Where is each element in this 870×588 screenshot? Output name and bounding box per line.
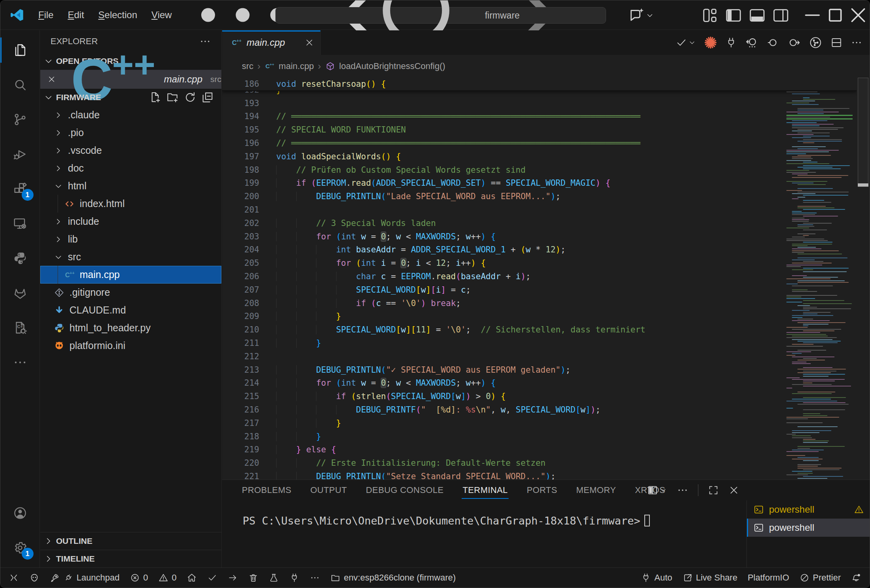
- chevron-down-icon[interactable]: [659, 486, 667, 494]
- panel-tab-problems[interactable]: PROBLEMS: [232, 480, 301, 500]
- refresh-icon[interactable]: [183, 91, 197, 104]
- line-number[interactable]: 202: [222, 217, 259, 230]
- sticky-scroll[interactable]: 186void resetCharsoap() {: [222, 78, 857, 91]
- code-line[interactable]: 221 DEBUG_PRINTLN("Setze Standard SPECIA…: [222, 470, 857, 480]
- code-area[interactable]: 186void resetCharsoap() { 192}193194// ═…: [222, 78, 857, 480]
- close-icon[interactable]: [305, 38, 314, 47]
- line-number[interactable]: 205: [222, 257, 259, 270]
- line-number[interactable]: 217: [222, 417, 259, 430]
- circle-run-icon[interactable]: [766, 36, 780, 49]
- new-file-icon[interactable]: [149, 91, 162, 104]
- terminal-instance-1[interactable]: powershell: [747, 500, 870, 519]
- status-pio-terminal[interactable]: [305, 568, 325, 588]
- tree-item-include[interactable]: include: [40, 213, 221, 230]
- line-number[interactable]: 211: [222, 337, 259, 350]
- new-folder-icon[interactable]: [166, 91, 180, 104]
- circle-arrow-right-icon[interactable]: [788, 36, 801, 49]
- status-pio-env[interactable]: env:esp8266clone (firmware): [325, 568, 461, 588]
- line-number[interactable]: 203: [222, 230, 259, 244]
- status-platformio-logo[interactable]: [24, 568, 45, 588]
- git-graph-icon[interactable]: [809, 36, 822, 49]
- activity-search[interactable]: [0, 67, 40, 102]
- status-pio-serial-monitor[interactable]: [284, 568, 305, 588]
- menu-file[interactable]: File: [32, 7, 60, 23]
- editor-more-icon[interactable]: [851, 37, 863, 49]
- code-line[interactable]: 207 SPECIAL_WORD[w][i] = c;: [222, 284, 857, 297]
- status-notifications[interactable]: [846, 568, 866, 588]
- code-line[interactable]: 212: [222, 350, 857, 364]
- tree-item-lib[interactable]: lib: [40, 230, 221, 248]
- line-number[interactable]: 204: [222, 243, 259, 257]
- split-terminal-icon[interactable]: [647, 484, 659, 496]
- line-number[interactable]: 200: [222, 190, 259, 203]
- timeline-section[interactable]: TIMELINE: [40, 550, 221, 567]
- breadcrumb-symbol[interactable]: loadAutoBrightnessConfig(): [339, 61, 445, 71]
- line-number[interactable]: 196: [222, 137, 259, 150]
- close-panel-icon[interactable]: [728, 485, 739, 496]
- tree-item--vscode[interactable]: .vscode: [40, 142, 221, 159]
- code-line[interactable]: 205 for (int i = 0; i < 12; i++) {: [222, 257, 857, 270]
- status-pio-upload[interactable]: [223, 568, 243, 588]
- activity-python[interactable]: [0, 241, 40, 276]
- code-line[interactable]: 196// ══════════════════════════════════…: [222, 137, 857, 150]
- tree-item--claude[interactable]: .claude: [40, 106, 221, 124]
- tree-item--pio[interactable]: .pio: [40, 124, 221, 142]
- tree-item-doc[interactable]: doc: [40, 159, 221, 177]
- status-pio-test[interactable]: [264, 568, 284, 588]
- chevron-down-icon[interactable]: [688, 39, 696, 47]
- activity-platformio-project[interactable]: C+: [0, 310, 40, 345]
- outline-section[interactable]: OUTLINE: [40, 532, 221, 550]
- code-line[interactable]: 206 char c = EEPROM.read(baseAddr + i);: [222, 270, 857, 284]
- panel-tab-terminal[interactable]: TERMINAL: [453, 480, 517, 500]
- terminal-instance-2[interactable]: powershell: [747, 519, 870, 537]
- line-number[interactable]: 193: [222, 97, 259, 110]
- code-line[interactable]: 195// SPECIAL WORD FUNKTIONEN: [222, 123, 857, 137]
- code-line[interactable]: 204 int baseAddr = ADDR_SPECIAL_WORD_1 +…: [222, 243, 857, 257]
- open-editor-item[interactable]: C++ main.cpp src: [40, 70, 221, 89]
- panel-tab-debug-console[interactable]: DEBUG CONSOLE: [356, 480, 453, 500]
- code-line[interactable]: 199 if (EEPROM.read(ADDR_SPECIAL_WORD_SE…: [222, 177, 857, 190]
- status-serial-auto[interactable]: Auto: [636, 568, 677, 588]
- terminal[interactable]: PS C:\Users\Micro\OneDrive\Dokumente\Cha…: [243, 515, 650, 527]
- status-remote[interactable]: [4, 568, 24, 588]
- line-number[interactable]: 210: [222, 323, 259, 337]
- tree-item-html-to-header-py[interactable]: html_to_header.py: [40, 319, 221, 337]
- status-pio-clean[interactable]: [243, 568, 264, 588]
- line-number[interactable]: 213: [222, 364, 259, 377]
- panel-tab-memory[interactable]: MEMORY: [567, 480, 625, 500]
- breadcrumb-file[interactable]: main.cpp: [279, 61, 314, 71]
- toggle-sidebar-icon[interactable]: [724, 6, 743, 24]
- line-number[interactable]: 199: [222, 177, 259, 190]
- activity-gitlab[interactable]: [0, 276, 40, 310]
- line-number[interactable]: 186: [222, 78, 259, 90]
- line-number[interactable]: 206: [222, 270, 259, 284]
- tree-item-claude-md[interactable]: CLAUDE.md: [40, 301, 221, 319]
- serial-monitor-plug-icon[interactable]: [725, 37, 737, 49]
- panel-more-icon[interactable]: [677, 484, 689, 496]
- maximize-panel-icon[interactable]: [708, 485, 719, 496]
- tree-item-main-cpp[interactable]: C++main.cpp: [40, 266, 221, 284]
- tab-main-cpp[interactable]: C++ main.cpp: [222, 30, 321, 55]
- status-pio-build[interactable]: [202, 568, 223, 588]
- toggle-panel-icon[interactable]: [748, 6, 766, 24]
- line-number[interactable]: 214: [222, 377, 259, 390]
- line-number[interactable]: 215: [222, 390, 259, 403]
- line-number[interactable]: 212: [222, 350, 259, 364]
- activity-source-control[interactable]: [0, 102, 40, 137]
- close-icon[interactable]: [47, 74, 56, 84]
- line-number[interactable]: 209: [222, 310, 259, 323]
- circle-arrow-left-icon[interactable]: [745, 36, 758, 49]
- panel-tab-ports[interactable]: PORTS: [517, 480, 567, 500]
- copilot-icon[interactable]: [627, 6, 645, 24]
- status-pio-home[interactable]: [181, 568, 202, 588]
- collapse-all-icon[interactable]: [201, 91, 214, 104]
- tree-item-html[interactable]: html: [40, 177, 221, 195]
- code-line[interactable]: 213 DEBUG_PRINTLN("✓ SPECIAL_WORD aus EE…: [222, 364, 857, 377]
- code-line[interactable]: 201: [222, 203, 857, 217]
- code-line[interactable]: 214 for (int w = 0; w < MAXWORDS; w++) {: [222, 377, 857, 390]
- status-platformio-label[interactable]: PlatformIO: [743, 568, 794, 588]
- line-number[interactable]: 218: [222, 430, 259, 444]
- split-editor-icon[interactable]: [830, 36, 843, 49]
- code-line[interactable]: 208 if (c == '\0') break;: [222, 297, 857, 310]
- menu-edit[interactable]: Edit: [62, 7, 90, 23]
